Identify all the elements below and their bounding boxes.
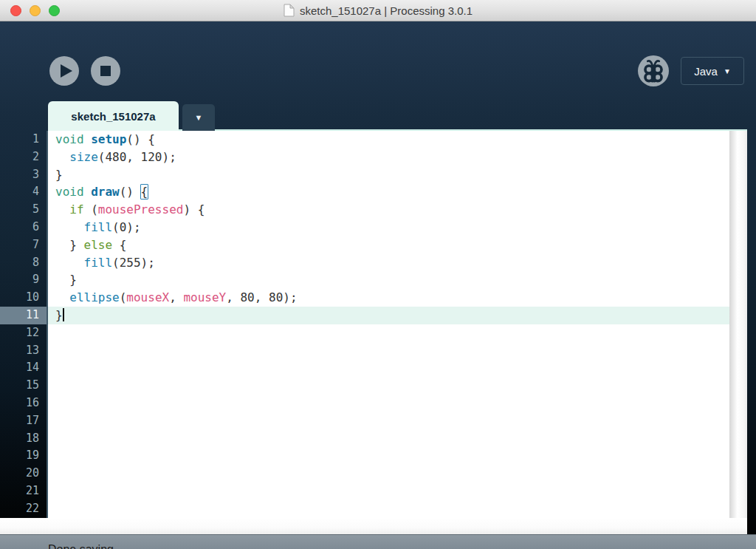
line-number: 9 bbox=[0, 271, 47, 289]
zoom-button[interactable] bbox=[49, 5, 60, 16]
code-line[interactable]: } bbox=[48, 166, 729, 184]
code-token: mouseX bbox=[126, 290, 169, 304]
gutter: 12345678910111213141516171819202122 bbox=[0, 131, 47, 518]
stop-icon bbox=[91, 56, 120, 86]
line-number: 22 bbox=[0, 500, 47, 518]
code-token: , bbox=[169, 290, 183, 304]
processing-window: sketch_151027a | Processing 3.0.1 bbox=[0, 0, 756, 549]
code-line[interactable] bbox=[48, 500, 729, 518]
code-token: mousePressed bbox=[98, 202, 184, 216]
editor-bottom-strip bbox=[0, 518, 747, 534]
code-token: (480, 120); bbox=[98, 150, 176, 164]
vertical-scrollbar[interactable] bbox=[729, 131, 747, 518]
line-number: 1 bbox=[0, 131, 47, 149]
code-line[interactable] bbox=[48, 430, 729, 448]
line-number: 18 bbox=[0, 430, 47, 448]
document-icon bbox=[284, 4, 295, 17]
window-title: sketch_151027a | Processing 3.0.1 bbox=[300, 4, 472, 17]
debug-button[interactable] bbox=[638, 55, 669, 86]
code-line[interactable] bbox=[48, 482, 729, 500]
code-token: void bbox=[55, 185, 91, 199]
code-line[interactable]: void setup() { bbox=[48, 131, 729, 149]
code-line[interactable]: size(480, 120); bbox=[48, 149, 729, 166]
code-token: else bbox=[84, 238, 113, 252]
line-number: 14 bbox=[0, 359, 47, 377]
code-line[interactable] bbox=[48, 377, 729, 395]
line-number: 8 bbox=[0, 254, 47, 272]
tab-sketch[interactable]: sketch_151027a bbox=[48, 101, 179, 131]
code-line[interactable]: void draw() { bbox=[48, 183, 729, 201]
line-number: 3 bbox=[0, 166, 47, 184]
code-token: size bbox=[69, 150, 98, 164]
code-line[interactable] bbox=[48, 359, 729, 377]
code-token: mouseY bbox=[183, 290, 226, 304]
close-button[interactable] bbox=[10, 5, 21, 16]
title-bar: sketch_151027a | Processing 3.0.1 bbox=[0, 0, 756, 21]
code-line[interactable] bbox=[48, 447, 729, 465]
code-token: ellipse bbox=[69, 290, 119, 304]
code-token: void bbox=[55, 132, 91, 146]
mode-selector-button[interactable]: Java ▼ bbox=[681, 57, 744, 85]
text-cursor bbox=[63, 308, 64, 321]
code-line[interactable]: } else { bbox=[48, 236, 729, 254]
code-line[interactable]: if (mousePressed) { bbox=[48, 201, 729, 219]
code-token: ) { bbox=[183, 202, 205, 216]
minimize-button[interactable] bbox=[30, 5, 41, 16]
window-title-group: sketch_151027a | Processing 3.0.1 bbox=[0, 4, 756, 17]
line-number: 16 bbox=[0, 395, 47, 412]
line-number: 19 bbox=[0, 447, 47, 465]
code-token: { bbox=[112, 238, 126, 252]
line-number: 11 bbox=[0, 307, 47, 324]
code-area[interactable]: void setup() { size(480, 120);}void draw… bbox=[48, 131, 729, 518]
code-line[interactable] bbox=[48, 412, 729, 430]
code-line[interactable]: fill(0); bbox=[48, 219, 729, 236]
stop-button[interactable] bbox=[91, 56, 120, 86]
line-number: 7 bbox=[0, 236, 47, 254]
traffic-lights bbox=[10, 5, 60, 16]
line-number: 17 bbox=[0, 412, 47, 430]
code-token: () bbox=[120, 185, 141, 199]
line-number: 15 bbox=[0, 377, 47, 395]
line-number: 5 bbox=[0, 201, 47, 219]
code-token: setup bbox=[91, 132, 126, 146]
code-token: , 80, 80); bbox=[226, 290, 297, 304]
code-token: ( bbox=[84, 202, 98, 216]
line-number: 4 bbox=[0, 183, 47, 201]
line-number: 12 bbox=[0, 324, 47, 342]
code-token: } bbox=[55, 168, 63, 182]
code-token bbox=[55, 150, 69, 164]
code-line[interactable]: } bbox=[48, 271, 729, 289]
code-token: () { bbox=[126, 132, 155, 146]
status-bar: Done saving. bbox=[0, 534, 756, 549]
code-token: if bbox=[69, 202, 83, 216]
code-line[interactable]: ellipse(mouseX, mouseY, 80, 80); bbox=[48, 289, 729, 307]
code-token bbox=[55, 202, 69, 216]
chevron-down-icon: ▼ bbox=[724, 67, 731, 75]
line-number: 13 bbox=[0, 342, 47, 360]
debug-butterfly-icon bbox=[638, 55, 669, 86]
mode-label: Java bbox=[694, 65, 718, 78]
code-token bbox=[55, 290, 69, 304]
code-token: } bbox=[55, 238, 84, 252]
code-token: (255); bbox=[112, 256, 155, 270]
code-line[interactable] bbox=[48, 324, 729, 342]
code-line[interactable]: } bbox=[48, 307, 729, 324]
code-token: ( bbox=[120, 290, 127, 304]
code-token: fill bbox=[84, 256, 113, 270]
line-number: 21 bbox=[0, 482, 47, 500]
code-token: draw bbox=[91, 185, 120, 199]
code-token: } bbox=[55, 273, 77, 287]
code-token bbox=[55, 256, 84, 270]
code-token: fill bbox=[84, 220, 113, 234]
run-button[interactable] bbox=[49, 56, 79, 86]
code-token: { bbox=[140, 184, 149, 200]
line-number: 10 bbox=[0, 289, 47, 307]
code-line[interactable] bbox=[48, 342, 729, 360]
window-frame: Java ▼ sketch_151027a ▼ 1234567891011121… bbox=[0, 21, 756, 549]
tab-menu-button[interactable]: ▼ bbox=[182, 104, 215, 131]
line-number: 2 bbox=[0, 149, 47, 166]
code-line[interactable] bbox=[48, 395, 729, 412]
code-token: } bbox=[55, 308, 63, 322]
code-line[interactable] bbox=[48, 465, 729, 482]
code-line[interactable]: fill(255); bbox=[48, 254, 729, 272]
